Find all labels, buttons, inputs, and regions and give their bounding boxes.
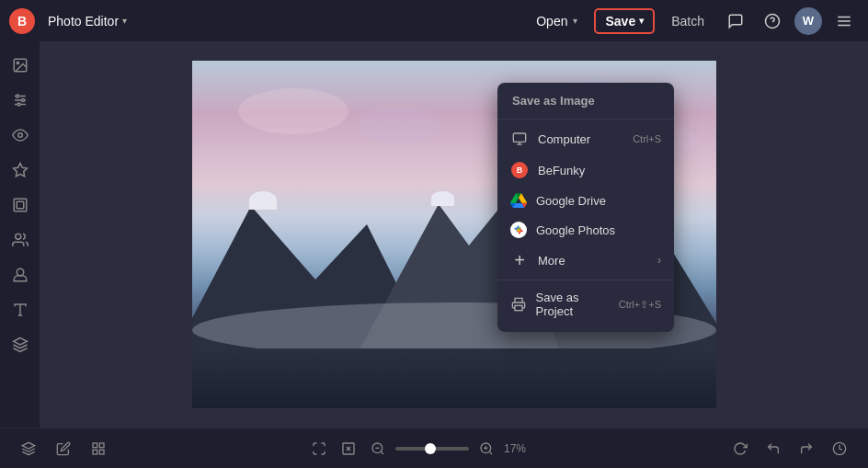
dropdown-section-title: Save as Image [497,90,674,115]
save-project-item[interactable]: Save as Project Ctrl+⇧+S [497,284,674,325]
right-tools [726,435,853,462]
svg-point-18 [17,268,24,276]
sidebar-icon-effects[interactable] [4,154,37,187]
save-befunky-item[interactable]: B BeFunky [497,154,674,186]
save-computer-item[interactable]: Computer Ctrl+S [497,123,674,154]
help-icon-button[interactable] [758,6,787,36]
logo: B [9,8,35,34]
sidebar-icon-people[interactable] [4,223,37,257]
svg-point-12 [17,103,20,106]
gdrive-icon [510,192,527,209]
save-project-icon [510,295,527,314]
canvas-area: Save as Image Computer Ctrl+S [40,41,868,428]
sidebar-icon-frame[interactable] [4,188,37,222]
save-project-label: Save as Project [536,291,610,318]
svg-rect-29 [93,443,97,448]
svg-point-17 [15,234,20,239]
save-dropdown-menu: Save as Image Computer Ctrl+S [497,83,674,332]
chat-icon-button[interactable] [721,6,750,36]
save-project-shortcut: Ctrl+⇧+S [619,299,661,311]
open-chevron-icon: ▾ [573,16,577,26]
redo-icon[interactable] [793,435,820,462]
svg-line-37 [381,451,383,454]
svg-point-6 [17,62,18,63]
edit-bottom-icon[interactable] [50,435,77,462]
zoom-slider[interactable] [395,447,469,451]
zoom-fit-icon[interactable] [307,437,331,461]
dropdown-divider-top [497,119,674,120]
more-arrow-icon: › [657,254,661,267]
save-more-label: More [538,254,565,268]
svg-rect-27 [515,305,522,310]
save-befunky-label: BeFunky [538,164,585,177]
befunky-icon: B [510,161,529,179]
save-gphotos-label: Google Photos [536,223,615,237]
sidebar-icon-stamp[interactable] [4,258,37,291]
snow-center [431,191,454,206]
save-gdrive-item[interactable]: Google Drive [497,186,674,215]
cloud-2 [358,107,440,143]
save-button[interactable]: Save ▾ [594,8,655,34]
svg-line-40 [489,451,492,454]
svg-rect-30 [99,443,104,448]
svg-point-13 [17,133,22,138]
sidebar-icon-text[interactable] [4,293,37,326]
svg-rect-16 [17,201,24,209]
zoom-actual-icon[interactable] [337,437,360,461]
save-chevron-icon: ▾ [639,16,644,26]
sidebar-icon-image[interactable] [4,49,37,82]
svg-rect-31 [93,450,97,454]
zoom-out-icon[interactable] [366,437,390,461]
sidebar-icon-sliders[interactable] [4,84,37,117]
svg-point-10 [16,95,18,97]
sidebar [0,41,40,428]
app-title-button[interactable]: Photo Editor ▾ [42,10,132,32]
svg-point-11 [21,99,24,102]
zoom-percent: 17% [504,442,531,455]
header: B Photo Editor ▾ Open ▾ Save ▾ Batch [0,0,868,41]
save-more-item[interactable]: + More › [497,245,674,276]
layers-bottom-icon[interactable] [15,435,42,462]
grid-bottom-icon[interactable] [85,435,112,462]
svg-rect-15 [14,199,27,211]
app-title-chevron-icon: ▾ [122,16,127,26]
zoom-section: 17% [307,437,531,461]
zoom-slider-thumb[interactable] [425,443,436,454]
svg-rect-22 [513,133,525,142]
more-options-icon-button[interactable] [829,6,859,36]
save-gphotos-item[interactable]: Google Photos [497,215,674,245]
save-gdrive-label: Google Drive [536,194,606,208]
open-button[interactable]: Open ▾ [527,9,587,33]
cloud-1 [238,88,348,134]
zoom-in-icon[interactable] [474,437,498,461]
open-label: Open [536,14,567,29]
main-area: Save as Image Computer Ctrl+S [0,41,868,428]
batch-button[interactable]: Batch [662,9,714,33]
undo-icon[interactable] [760,435,787,462]
bottombar: 17% [0,428,868,468]
sidebar-icon-eye[interactable] [4,119,37,152]
svg-marker-14 [13,164,27,177]
svg-marker-28 [22,442,34,449]
dropdown-divider-bottom [497,280,674,280]
sidebar-icon-layers[interactable] [4,328,37,361]
svg-rect-32 [99,450,104,454]
save-computer-label: Computer [538,132,590,146]
save-computer-shortcut: Ctrl+S [633,133,661,144]
computer-icon [510,130,529,148]
history-icon[interactable] [826,435,853,462]
more-plus-icon: + [510,251,529,269]
save-label: Save [605,14,635,29]
user-initial: W [803,14,814,28]
page-wrapper: B Photo Editor ▾ Open ▾ Save ▾ Batch [0,0,868,468]
svg-marker-21 [13,338,27,346]
refresh-icon[interactable] [726,435,754,462]
app-title-label: Photo Editor [48,14,119,29]
ground [192,348,716,408]
batch-label: Batch [671,14,704,29]
snow-left [249,191,277,210]
gphotos-icon [510,222,527,238]
user-avatar[interactable]: W [794,7,822,35]
